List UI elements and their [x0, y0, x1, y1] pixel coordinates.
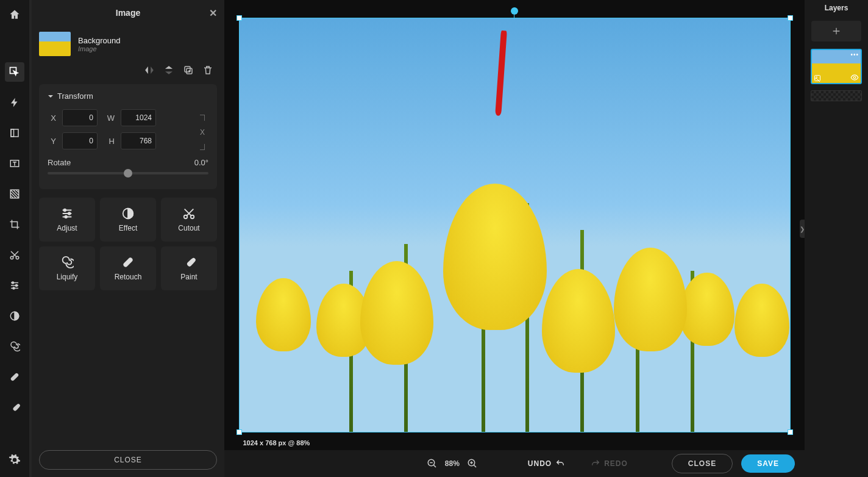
zoom-out-icon[interactable] — [427, 458, 438, 469]
y-label: Y — [48, 137, 56, 146]
y-input[interactable] — [62, 132, 98, 149]
x-input[interactable] — [62, 109, 98, 126]
layers-panel: Layers ••• ❯ — [805, 0, 868, 477]
canvas-viewport[interactable]: 1024 x 768 px @ 88% — [224, 0, 805, 450]
svg-point-16 — [65, 216, 67, 218]
panel-close-button[interactable]: CLOSE — [39, 450, 217, 470]
transform-card: Transform X W Y H — [39, 84, 217, 189]
plus-icon — [831, 26, 841, 36]
x-label: X — [48, 113, 56, 123]
retouch-button[interactable]: Retouch — [100, 246, 156, 290]
svg-point-8 — [16, 285, 18, 287]
layer-name: Background — [78, 36, 120, 45]
svg-point-25 — [853, 76, 856, 79]
canvas-status: 1024 x 768 px @ 88% — [243, 439, 310, 447]
handle-bl[interactable] — [237, 429, 242, 435]
zoom-in-icon[interactable] — [467, 458, 478, 469]
collapse-panel-icon[interactable]: ❯ — [800, 220, 805, 238]
svg-point-9 — [13, 287, 15, 289]
svg-point-24 — [816, 77, 817, 78]
adjust-button[interactable]: Adjust — [39, 198, 95, 242]
rotate-slider[interactable] — [48, 172, 208, 174]
w-input[interactable] — [121, 109, 156, 126]
settings-icon[interactable] — [5, 450, 24, 470]
cut-tool-icon[interactable] — [5, 245, 24, 265]
layer-info: Background Image — [32, 26, 224, 62]
svg-point-14 — [64, 209, 66, 212]
svg-rect-2 — [11, 129, 14, 137]
empty-layer-slot[interactable] — [811, 90, 862, 101]
svg-point-7 — [12, 282, 14, 284]
svg-rect-20 — [123, 257, 133, 268]
close-icon[interactable]: ✕ — [209, 7, 217, 19]
svg-point-15 — [68, 212, 71, 215]
w-label: W — [104, 113, 115, 123]
canvas-area: 1024 x 768 px @ 88% 88% UNDO REDO CLOSE … — [224, 0, 805, 477]
crop-tool-icon[interactable] — [5, 215, 24, 234]
handle-tr[interactable] — [788, 15, 793, 21]
svg-rect-1 — [11, 129, 18, 137]
aspect-lock[interactable]: X — [196, 115, 208, 150]
layer-type: Image — [78, 45, 120, 52]
contrast-tool-icon[interactable] — [5, 306, 24, 326]
spiral-tool-icon[interactable] — [5, 337, 24, 356]
layer-item[interactable]: ••• — [811, 49, 862, 84]
zoom-value: 88% — [445, 459, 460, 468]
layer-image-icon — [814, 74, 821, 82]
handle-br[interactable] — [788, 429, 793, 435]
flip-h-icon[interactable] — [144, 65, 155, 76]
arrange-tool-icon[interactable] — [5, 62, 24, 82]
bottom-bar: 88% UNDO REDO CLOSE SAVE — [224, 450, 805, 477]
layer-visibility-icon[interactable] — [850, 73, 859, 82]
delete-icon[interactable] — [202, 65, 213, 76]
heal-tool-icon[interactable] — [5, 367, 24, 387]
layer-thumbnail[interactable] — [39, 32, 71, 56]
tool-grid: Adjust Effect Cutout Liquify Retouch Pai… — [39, 198, 217, 290]
pattern-tool-icon[interactable] — [5, 184, 24, 204]
liquify-button[interactable]: Liquify — [39, 246, 95, 290]
flip-v-icon[interactable] — [163, 65, 174, 76]
layer-menu-icon[interactable]: ••• — [850, 51, 859, 58]
text-tool-icon[interactable] — [5, 154, 24, 173]
home-icon[interactable] — [5, 5, 24, 24]
brush-tool-icon[interactable] — [5, 398, 24, 417]
rotate-value: 0.0° — [194, 158, 208, 167]
undo-button[interactable]: UNDO — [519, 455, 574, 472]
transform-header[interactable]: Transform — [48, 91, 208, 101]
slider-knob[interactable] — [124, 169, 132, 178]
bottom-close-button[interactable]: CLOSE — [672, 454, 733, 473]
image-panel: Image ✕ Background Image Transform X — [32, 0, 224, 477]
undo-icon — [555, 459, 565, 468]
bolt-tool-icon[interactable] — [5, 93, 24, 112]
frame-tool-icon[interactable] — [5, 123, 24, 143]
left-toolbar — [0, 0, 29, 477]
panel-title: Image — [116, 8, 140, 18]
panel-header: Image ✕ — [32, 0, 224, 26]
h-label: H — [104, 137, 115, 146]
svg-rect-23 — [815, 76, 820, 81]
rotate-handle[interactable] — [511, 7, 518, 15]
h-input[interactable] — [121, 132, 156, 149]
handle-tl[interactable] — [237, 15, 242, 21]
redo-button[interactable]: REDO — [582, 455, 636, 472]
redo-icon — [591, 459, 600, 468]
duplicate-icon[interactable] — [183, 65, 194, 76]
add-layer-button[interactable] — [811, 21, 861, 41]
canvas-image[interactable]: 1024 x 768 px @ 88% — [239, 18, 791, 432]
sliders-tool-icon[interactable] — [5, 276, 24, 295]
paint-button[interactable]: Paint — [161, 246, 217, 290]
chevron-down-icon — [48, 93, 54, 99]
effect-button[interactable]: Effect — [100, 198, 156, 242]
rotate-label: Rotate — [48, 158, 71, 167]
layer-actions — [32, 62, 224, 84]
cutout-button[interactable]: Cutout — [161, 198, 217, 242]
layers-title: Layers — [825, 4, 848, 12]
svg-rect-11 — [10, 373, 20, 382]
save-button[interactable]: SAVE — [741, 454, 795, 473]
